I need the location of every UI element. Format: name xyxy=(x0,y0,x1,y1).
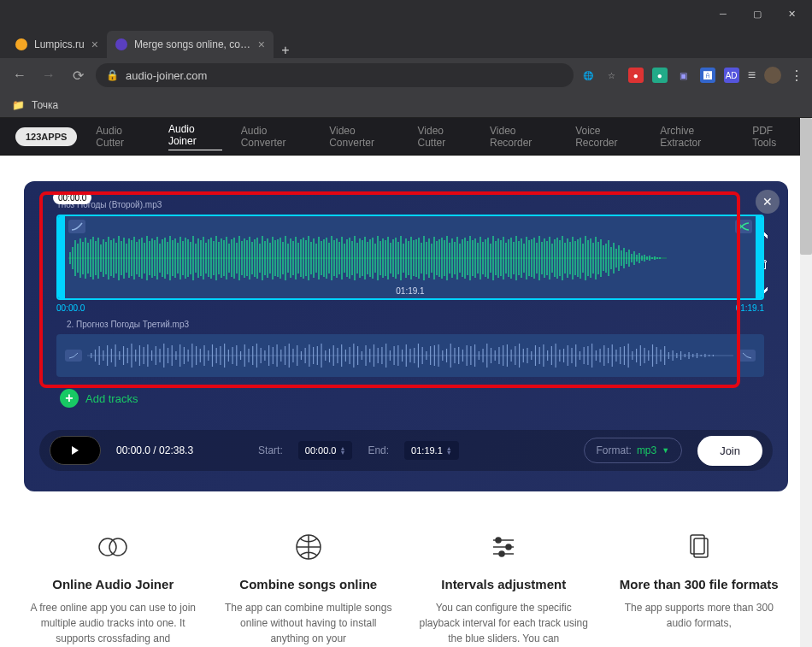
browser-tab-audiojoiner[interactable]: Merge songs online, combine mp × xyxy=(107,31,274,58)
track1-title: гноз Погоды (Второй).mp3 xyxy=(39,197,773,215)
play-button[interactable] xyxy=(50,436,101,465)
ext-icon[interactable]: 🅰 xyxy=(700,68,715,83)
nav-audio-cutter[interactable]: Audio Cutter xyxy=(96,125,150,149)
lock-icon: 🔒 xyxy=(106,69,119,81)
ext-adblock-icon[interactable]: ● xyxy=(628,68,644,83)
waveform-icon xyxy=(68,235,667,281)
page-scrollbar[interactable] xyxy=(800,118,812,647)
app-nav: 123APPS Audio Cutter Audio Joiner Audio … xyxy=(0,118,812,156)
window-minimize[interactable]: ─ xyxy=(706,0,740,27)
brand-logo[interactable]: 123APPS xyxy=(15,127,77,146)
feature-title: More than 300 file formats xyxy=(612,577,787,591)
plus-icon: + xyxy=(60,389,79,408)
nav-audio-converter[interactable]: Audio Converter xyxy=(241,125,311,149)
player-bar: 00:00.0 / 02:38.3 Start: 00:00.0 ▲▼ End:… xyxy=(39,430,773,471)
profile-avatar[interactable] xyxy=(764,67,781,84)
chevron-down-icon: ▼ xyxy=(662,446,669,455)
sliders-icon xyxy=(416,527,591,567)
svg-point-395 xyxy=(499,551,504,556)
stepper-icon: ▲▼ xyxy=(446,446,452,455)
start-label: Start: xyxy=(258,444,283,456)
window-maximize[interactable]: ▢ xyxy=(740,0,774,27)
tab-title: Merge songs online, combine mp xyxy=(134,38,251,50)
feature-desc: A free online app you can use to join mu… xyxy=(26,600,201,646)
browser-tab-lumpics[interactable]: Lumpics.ru × xyxy=(7,31,107,58)
tab-title: Lumpics.ru xyxy=(34,38,85,50)
fade-out-chip[interactable] xyxy=(738,350,756,362)
tab-close-icon[interactable]: × xyxy=(258,38,265,51)
favicon-icon xyxy=(115,38,127,50)
translate-icon[interactable]: 🌐 xyxy=(580,68,596,83)
stepper-icon: ▲▼ xyxy=(339,446,345,455)
timeline-start: 00:00.0 xyxy=(56,303,85,313)
svg-point-390 xyxy=(99,538,116,556)
start-value-input[interactable]: 00:00.0 ▲▼ xyxy=(298,441,353,460)
crossfade-button[interactable] xyxy=(735,220,752,233)
trim-handle-right[interactable] xyxy=(756,216,762,298)
fade-in-chip[interactable] xyxy=(65,350,82,362)
feature-desc: The app can combine multiple songs onlin… xyxy=(221,600,397,646)
svg-point-393 xyxy=(496,538,501,543)
svg-point-394 xyxy=(506,544,511,550)
ext-icon[interactable]: ▣ xyxy=(676,68,691,83)
feature-title: Intervals adjustment xyxy=(416,577,591,591)
feature-card: Online Audio Joiner A free online app yo… xyxy=(26,527,201,646)
feature-title: Online Audio Joiner xyxy=(26,577,201,591)
svg-point-391 xyxy=(109,538,127,556)
ext-icon[interactable]: AD xyxy=(724,68,739,83)
end-label: End: xyxy=(368,444,389,456)
feature-title: Combine songs online xyxy=(221,577,397,591)
time-display: 00:00.0 / 02:38.3 xyxy=(116,444,193,456)
trim-handle-left[interactable] xyxy=(58,216,65,298)
address-bar[interactable]: 🔒 audio-joiner.com xyxy=(96,63,574,87)
format-select[interactable]: Format: mp3 ▼ xyxy=(584,438,683,463)
globe-icon xyxy=(221,527,397,567)
track1-duration: 01:19.1 xyxy=(396,286,424,296)
audio-editor: ✕ 🡹 🗑 🡻 00:00.0 гноз Погоды (Второй).mp3 xyxy=(24,181,788,491)
browser-menu-icon[interactable]: ⋮ xyxy=(790,68,803,84)
star-icon[interactable]: ☆ xyxy=(604,68,620,83)
folder-icon: 📁 xyxy=(12,99,25,111)
reading-list-icon[interactable]: ≡ xyxy=(748,68,756,83)
add-tracks-button[interactable]: + Add tracks xyxy=(39,377,773,408)
bookmark-item[interactable]: Точка xyxy=(32,99,58,111)
nav-video-recorder[interactable]: Video Recorder xyxy=(490,125,556,149)
nav-archive-extractor[interactable]: Archive Extractor xyxy=(660,125,733,149)
tab-close-icon[interactable]: × xyxy=(91,38,98,51)
nav-back[interactable]: ← xyxy=(9,64,31,86)
track2-title: 2. Прогноз Погоды Третий.mp3 xyxy=(39,320,773,334)
feature-card: More than 300 file formats The app suppo… xyxy=(612,527,787,646)
waveform-icon xyxy=(87,341,733,370)
feature-card: Intervals adjustment You can configure t… xyxy=(416,527,591,646)
feature-desc: The app supports more than 300 audio for… xyxy=(612,600,787,631)
features-row: Online Audio Joiner A free online app yo… xyxy=(0,491,812,646)
timeline-end: 01:19.1 xyxy=(736,303,764,313)
feature-card: Combine songs online The app can combine… xyxy=(221,527,397,646)
favicon-icon xyxy=(15,38,27,50)
window-close[interactable]: ✕ xyxy=(774,0,809,27)
new-tab-button[interactable]: + xyxy=(274,43,297,58)
nav-pdf-tools[interactable]: PDF Tools xyxy=(752,125,797,149)
nav-video-converter[interactable]: Video Converter xyxy=(329,125,398,149)
ext-icon[interactable]: ● xyxy=(652,68,668,83)
nav-video-cutter[interactable]: Video Cutter xyxy=(418,125,472,149)
overlap-circles-icon xyxy=(26,527,201,567)
browser-tabs: Lumpics.ru × Merge songs online, combine… xyxy=(0,27,812,58)
playhead-badge: 00:00.0 xyxy=(53,191,91,204)
end-value-input[interactable]: 01:19.1 ▲▼ xyxy=(404,441,459,460)
nav-reload[interactable]: ⟳ xyxy=(67,64,89,86)
track2-waveform[interactable] xyxy=(56,334,764,377)
nav-audio-joiner[interactable]: Audio Joiner xyxy=(168,123,222,150)
nav-forward[interactable]: → xyxy=(38,64,60,86)
join-button[interactable]: Join xyxy=(697,436,762,466)
nav-voice-recorder[interactable]: Voice Recorder xyxy=(575,125,641,149)
url-text: audio-joiner.com xyxy=(126,69,207,82)
fade-in-button[interactable] xyxy=(68,220,85,233)
track1-waveform[interactable]: 01:19.1 xyxy=(56,215,764,300)
add-tracks-label: Add tracks xyxy=(85,392,138,405)
feature-desc: You can configure the specific playback … xyxy=(416,600,591,646)
files-icon xyxy=(612,527,787,567)
